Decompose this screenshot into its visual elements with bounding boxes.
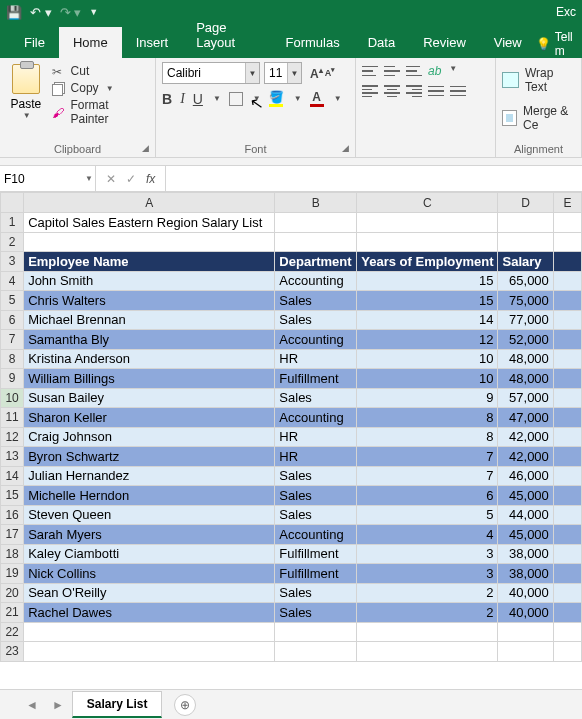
cell[interactable]: Susan Bailey xyxy=(24,388,275,408)
cell[interactable]: 3 xyxy=(357,564,498,584)
cell[interactable]: Nick Collins xyxy=(24,564,275,584)
cell[interactable] xyxy=(553,603,581,623)
col-header-d[interactable]: D xyxy=(498,193,553,213)
cell[interactable] xyxy=(275,622,357,642)
cell[interactable]: Sales xyxy=(275,466,357,486)
cell[interactable] xyxy=(275,213,357,233)
cell[interactable]: 45,000 xyxy=(498,525,553,545)
decrease-indent-icon[interactable] xyxy=(428,84,444,98)
paste-button[interactable]: Paste ▼ xyxy=(6,62,46,126)
cell[interactable]: Sales xyxy=(275,583,357,603)
row-header[interactable]: 9 xyxy=(1,369,24,389)
row-header[interactable]: 2 xyxy=(1,232,24,252)
cell[interactable] xyxy=(553,213,581,233)
tab-view[interactable]: View xyxy=(480,27,536,58)
cell[interactable]: Kaley Ciambotti xyxy=(24,544,275,564)
cell[interactable] xyxy=(553,369,581,389)
cell[interactable]: 46,000 xyxy=(498,466,553,486)
cell[interactable]: 4 xyxy=(357,525,498,545)
align-center-icon[interactable] xyxy=(384,84,400,98)
align-left-icon[interactable] xyxy=(362,84,378,98)
row-header[interactable]: 6 xyxy=(1,310,24,330)
cell[interactable]: 15 xyxy=(357,291,498,311)
cell[interactable]: 45,000 xyxy=(498,486,553,506)
formula-input[interactable] xyxy=(166,166,582,191)
chevron-down-icon[interactable]: ▼ xyxy=(253,94,261,103)
cell[interactable] xyxy=(553,330,581,350)
align-right-icon[interactable] xyxy=(406,84,422,98)
cell[interactable]: Accounting xyxy=(275,408,357,428)
cell[interactable]: Salary xyxy=(498,252,553,272)
cell[interactable]: 38,000 xyxy=(498,544,553,564)
decrease-font-icon[interactable]: A▾ xyxy=(325,66,336,81)
cell[interactable]: 47,000 xyxy=(498,408,553,428)
row-header[interactable]: 23 xyxy=(1,642,24,662)
align-top-icon[interactable] xyxy=(362,64,378,78)
row-header[interactable]: 12 xyxy=(1,427,24,447)
cut-button[interactable]: ✂Cut xyxy=(52,64,149,78)
cell[interactable]: 6 xyxy=(357,486,498,506)
row-header[interactable]: 3 xyxy=(1,252,24,272)
cell[interactable]: 75,000 xyxy=(498,291,553,311)
select-all-corner[interactable] xyxy=(1,193,24,213)
cell[interactable]: Rachel Dawes xyxy=(24,603,275,623)
col-header-b[interactable]: B xyxy=(275,193,357,213)
cell[interactable]: 2 xyxy=(357,603,498,623)
cell[interactable]: 7 xyxy=(357,447,498,467)
cell[interactable]: Sales xyxy=(275,291,357,311)
cell[interactable] xyxy=(553,544,581,564)
tab-review[interactable]: Review xyxy=(409,27,480,58)
cell[interactable]: Julian Hernandez xyxy=(24,466,275,486)
cell[interactable] xyxy=(357,232,498,252)
cell[interactable]: Accounting xyxy=(275,525,357,545)
cell[interactable]: 38,000 xyxy=(498,564,553,584)
cell[interactable]: Samantha Bly xyxy=(24,330,275,350)
cell[interactable]: 5 xyxy=(357,505,498,525)
cell[interactable] xyxy=(553,564,581,584)
font-color-button[interactable]: A xyxy=(310,90,324,107)
cell[interactable]: 65,000 xyxy=(498,271,553,291)
cell[interactable]: HR xyxy=(275,349,357,369)
cell[interactable] xyxy=(275,642,357,662)
cancel-icon[interactable]: ✕ xyxy=(106,172,116,186)
cell[interactable]: William Billings xyxy=(24,369,275,389)
cell[interactable]: 48,000 xyxy=(498,349,553,369)
cell[interactable] xyxy=(498,213,553,233)
enter-icon[interactable]: ✓ xyxy=(126,172,136,186)
cell[interactable]: Sales xyxy=(275,603,357,623)
cell[interactable]: 77,000 xyxy=(498,310,553,330)
cell[interactable] xyxy=(553,466,581,486)
cell[interactable] xyxy=(275,232,357,252)
cell[interactable]: John Smith xyxy=(24,271,275,291)
cell[interactable]: HR xyxy=(275,427,357,447)
copy-button[interactable]: Copy▼ xyxy=(52,81,149,95)
cell[interactable] xyxy=(24,642,275,662)
cell[interactable] xyxy=(357,642,498,662)
cell[interactable]: 9 xyxy=(357,388,498,408)
cell[interactable] xyxy=(553,291,581,311)
align-middle-icon[interactable] xyxy=(384,64,400,78)
row-header[interactable]: 8 xyxy=(1,349,24,369)
font-size-select[interactable]: ▼ xyxy=(264,62,302,84)
row-header[interactable]: 14 xyxy=(1,466,24,486)
cell[interactable]: 8 xyxy=(357,427,498,447)
cell[interactable]: 48,000 xyxy=(498,369,553,389)
chevron-down-icon[interactable]: ▼ xyxy=(85,174,93,183)
row-header[interactable]: 22 xyxy=(1,622,24,642)
cell[interactable]: 42,000 xyxy=(498,447,553,467)
row-header[interactable]: 21 xyxy=(1,603,24,623)
cell[interactable]: 44,000 xyxy=(498,505,553,525)
cell[interactable] xyxy=(553,408,581,428)
row-header[interactable]: 20 xyxy=(1,583,24,603)
cell[interactable]: Kristina Anderson xyxy=(24,349,275,369)
cell[interactable]: 40,000 xyxy=(498,583,553,603)
cell[interactable]: Sales xyxy=(275,486,357,506)
cell[interactable] xyxy=(24,622,275,642)
row-header[interactable]: 11 xyxy=(1,408,24,428)
cell[interactable]: 7 xyxy=(357,466,498,486)
tab-home[interactable]: Home xyxy=(59,27,122,58)
align-bottom-icon[interactable] xyxy=(406,64,422,78)
underline-button[interactable]: U xyxy=(193,91,203,107)
cell[interactable]: Fulfillment xyxy=(275,544,357,564)
row-header[interactable]: 1 xyxy=(1,213,24,233)
